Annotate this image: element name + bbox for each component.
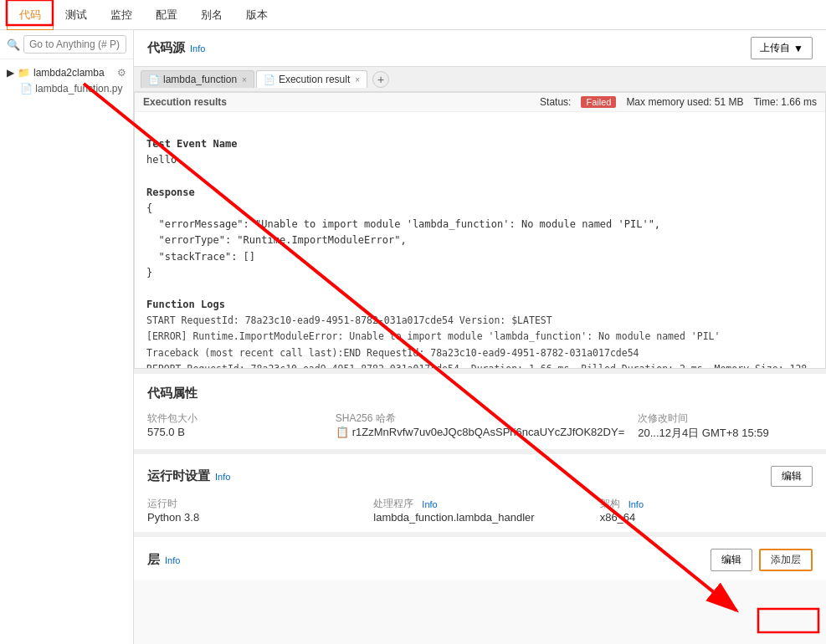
pkg-size-value: 575.0 B [147,426,322,438]
tab-add-button[interactable]: + [372,71,389,88]
runtime-header: 运行时设置 Info 编辑 [147,466,813,487]
runtime-edit-button[interactable]: 编辑 [771,466,813,487]
response-label: Response [146,187,195,198]
pkg-size-group: 软件包大小 575.0 B [147,411,322,441]
layers-section: 层 Info 编辑 添加层 [134,532,826,580]
execution-body: Test Event Name hello Response { "errorM… [135,112,825,369]
runtime-label: 运行时 [147,497,360,511]
execution-panel: Execution results Status: Failed Max mem… [134,92,826,369]
sidebar-search-bar: 🔍 [0,30,133,59]
code-section-header: 代码源 Info 上传自 ▼ [134,30,826,67]
tree-item-file[interactable]: 📄 lambda_function.py [0,81,133,96]
main-container: 🔍 ▶ 📁 lambda2clamba ⚙ 📄 lambda_function.… [0,30,826,644]
upload-chevron-icon: ▼ [793,43,803,54]
test-event-label: Test Event Name [146,138,237,150]
layers-buttons: 编辑 添加层 [711,549,813,571]
tab-label-execution: Execution result [279,74,350,85]
code-section-title: 代码源 [147,40,185,56]
sha256-text: r1ZzMnRvfw7uv0eJQc8bQAsSPri6ncaUYcZJfOK8… [352,426,624,438]
handler-group: 处理程序 Info lambda_function.lambda_handler [373,497,586,524]
code-info-badge[interactable]: Info [190,43,205,54]
execution-results-label: Execution results [143,96,227,108]
folder-label: lambda2clamba [33,67,105,79]
arch-label-text: 架构 [600,497,620,511]
add-layer-button[interactable]: 添加层 [759,549,813,571]
upload-label: 上传自 [760,41,790,55]
lower-sections: 代码属性 软件包大小 575.0 B SHA256 哈希 📋 r1ZzMnRvf… [134,369,826,644]
time-label: Time: 1.66 ms [753,96,817,108]
triangle-icon: ▶ [7,67,14,79]
top-nav: 代码 测试 监控 配置 别名 版本 [0,0,826,30]
handler-info-badge[interactable]: Info [422,499,437,509]
runtime-title: 运行时设置 [147,468,210,484]
runtime-value-group: 运行时 Python 3.8 [147,497,360,524]
tree-item-folder[interactable]: ▶ 📁 lambda2clamba ⚙ [0,64,133,81]
arch-group: 架构 Info x86_64 [600,497,813,524]
tab-monitor[interactable]: 监控 [99,1,144,29]
editor-tab-execution[interactable]: 📄 Execution result × [256,70,367,88]
response-json: { "errorMessage": "Unable to import modu… [146,202,660,279]
execution-header: Execution results Status: Failed Max mem… [135,93,825,112]
search-icon: 🔍 [7,38,20,51]
status-label: Status: [540,96,571,108]
test-event-value: hello [146,154,177,166]
last-modified-value: 20...12月4日 GMT+8 15:59 [638,426,813,441]
upload-button[interactable]: 上传自 ▼ [751,37,813,59]
tab-file-icon-lambda: 📄 [148,74,160,85]
handler-value: lambda_function.lambda_handler [373,511,586,524]
tab-close-lambda[interactable]: × [242,75,247,84]
content-area: 代码源 Info 上传自 ▼ 📄 lambda_function × 📄 Exe… [134,30,826,644]
props-grid: 软件包大小 575.0 B SHA256 哈希 📋 r1ZzMnRvfw7uv0… [147,411,813,441]
function-logs-label: Function Logs [146,299,225,310]
runtime-title-group: 运行时设置 Info [147,468,230,484]
sha256-group: SHA256 哈希 📋 r1ZzMnRvfw7uv0eJQc8bQAsSPri6… [336,411,624,441]
gear-icon[interactable]: ⚙ [117,67,126,79]
sidebar-tree: ▶ 📁 lambda2clamba ⚙ 📄 lambda_function.py [0,59,133,101]
handler-label: 处理程序 Info [373,497,586,511]
layers-info-badge[interactable]: Info [165,555,180,565]
pkg-size-label: 软件包大小 [147,411,322,426]
runtime-info-badge[interactable]: Info [215,472,230,482]
layers-edit-button[interactable]: 编辑 [711,549,752,571]
search-input[interactable] [23,35,126,54]
editor-tab-lambda[interactable]: 📄 lambda_function × [141,70,254,88]
runtime-value: Python 3.8 [147,511,360,524]
tab-file-icon-exec: 📄 [264,74,275,85]
arch-info-badge[interactable]: Info [628,499,644,509]
file-label: lambda_function.py [35,83,122,95]
tab-test[interactable]: 测试 [54,1,99,29]
function-logs-value: START RequestId: 78a23c10-ead9-4951-8782… [146,314,813,369]
props-title: 代码属性 [147,386,813,401]
memory-label: Max memory used: 51 MB [626,96,743,108]
handler-label-text: 处理程序 [373,497,413,511]
sha256-label: SHA256 哈希 [336,411,624,426]
clipboard-icon[interactable]: 📋 [336,426,349,438]
tab-close-execution[interactable]: × [355,75,360,84]
file-icon: 📄 [20,83,33,95]
arch-value: x86_64 [600,511,813,524]
layers-title: 层 [147,552,160,568]
last-modified-group: 次修改时间 20...12月4日 GMT+8 15:59 [638,411,813,441]
sidebar: 🔍 ▶ 📁 lambda2clamba ⚙ 📄 lambda_function.… [0,30,134,644]
layers-header: 层 Info 编辑 添加层 [147,549,813,571]
layers-title-group: 层 Info [147,552,180,568]
tab-version[interactable]: 版本 [234,1,280,29]
folder-icon: 📁 [18,67,30,79]
tab-alias[interactable]: 别名 [189,1,234,29]
last-modified-label: 次修改时间 [638,411,813,426]
sha256-value: 📋 r1ZzMnRvfw7uv0eJQc8bQAsSPri6ncaUYcZJfO… [336,426,624,438]
runtime-section: 运行时设置 Info 编辑 运行时 Python 3.8 处理程序 [134,449,826,532]
status-badges: Status: Failed Max memory used: 51 MB Ti… [540,96,817,108]
tab-config[interactable]: 配置 [144,1,189,29]
runtime-grid: 运行时 Python 3.8 处理程序 Info lambda_function… [147,497,813,524]
editor-tabs-bar: 📄 lambda_function × 📄 Execution result ×… [134,67,826,92]
code-properties-section: 代码属性 软件包大小 575.0 B SHA256 哈希 📋 r1ZzMnRvf… [134,369,826,449]
tab-code[interactable]: 代码 [7,0,54,30]
status-failed-badge: Failed [581,96,616,108]
tab-label-lambda: lambda_function [163,74,237,85]
arch-label: 架构 Info [600,497,813,511]
